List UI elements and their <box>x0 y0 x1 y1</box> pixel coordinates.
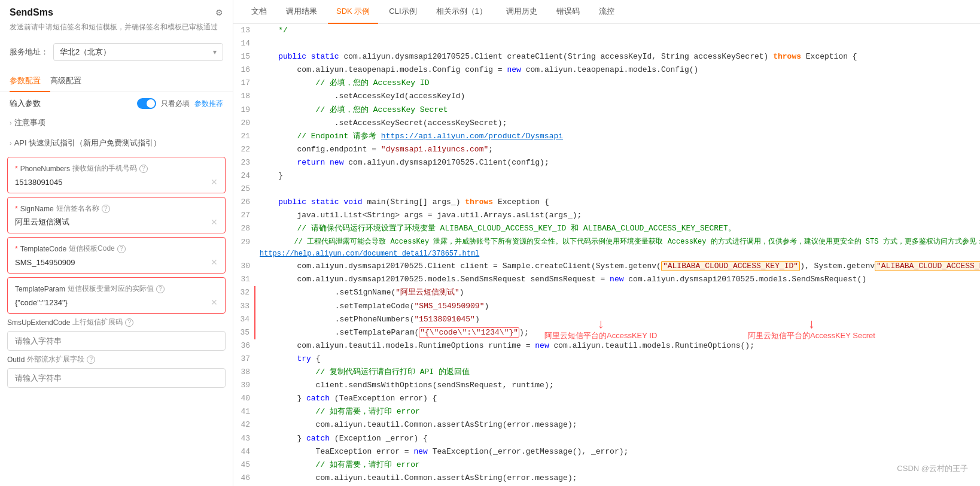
sign-name: SignName <box>20 205 54 213</box>
table-row: 26 public static void main(String[] args… <box>233 196 980 209</box>
line-num: 38 <box>233 366 255 379</box>
tplparam-clear-icon[interactable]: ✕ <box>211 297 218 307</box>
line-code: } <box>255 169 980 183</box>
line-num: 46 <box>233 472 255 485</box>
table-row: 40 } catch (TeaException error) { <box>233 392 980 405</box>
code-area: 13 */ 14 15 public static com.aliyun.dys… <box>233 24 980 486</box>
code-tabs: 文档 调用结果 SDK 示例 CLI示例 相关示例（1） 调用历史 错误码 流控 <box>233 0 980 24</box>
phone-clear-icon[interactable]: ✕ <box>211 177 218 187</box>
line-num: 18 <box>233 90 255 103</box>
tab-cli-example[interactable]: CLI示例 <box>381 0 425 24</box>
field-out-id: OutId 外部流水扩展字段 ? <box>7 354 226 388</box>
outid-info-icon[interactable]: ? <box>87 356 95 364</box>
sign-clear-icon[interactable]: ✕ <box>211 217 218 227</box>
line-num: 40 <box>233 392 255 405</box>
params-controls: 只看必填 参数推荐 <box>137 98 223 109</box>
notice-label: 注意事项 <box>14 117 45 128</box>
line-code: TeaException error = new TeaException(_e… <box>255 445 980 458</box>
sign-input[interactable] <box>15 218 207 227</box>
line-code: com.aliyun.dysmsapi20170525.models.SendS… <box>255 273 980 286</box>
line-num: 30 <box>233 260 255 273</box>
line-code: // 如有需要，请打印 error <box>255 458 980 472</box>
settings-icon[interactable]: ⚙ <box>215 8 223 17</box>
phone-desc: 接收短信的手机号码 <box>72 163 137 174</box>
sign-info-icon[interactable]: ? <box>102 205 110 213</box>
table-row: 20 .setAccessKeySecret(accessKeySecret); <box>233 117 980 130</box>
table-row: 36 com.aliyun.teautil.models.RuntimeOpti… <box>233 339 980 353</box>
line-code: try { <box>255 353 980 366</box>
tab-params-config[interactable]: 参数配置 <box>10 71 50 92</box>
phone-name: PhoneNumbers <box>20 165 70 173</box>
table-row: 17 // 必填，您的 AccessKey ID <box>233 77 980 90</box>
table-row: 37 try { <box>233 353 980 366</box>
line-code <box>255 37 980 50</box>
right-panel: 文档 调用结果 SDK 示例 CLI示例 相关示例（1） 调用历史 错误码 流控… <box>233 0 980 486</box>
line-code: client.sendSmsWithOptions(sendSmsRequest… <box>255 379 980 392</box>
line-num: 33 <box>233 300 255 313</box>
line-code: .setAccessKeySecret(accessKeySecret); <box>255 117 980 130</box>
outid-input[interactable] <box>15 373 218 382</box>
api-title: SendSms <box>10 7 53 18</box>
tab-sdk-example[interactable]: SDK 示例 <box>328 0 378 24</box>
tab-call-history[interactable]: 调用历史 <box>498 0 546 24</box>
line-code: .setAccessKeyId(accessKeyId) <box>255 90 980 103</box>
tab-docs[interactable]: 文档 <box>243 0 275 24</box>
tplparam-input[interactable] <box>15 298 207 307</box>
line-num: 15 <box>233 50 255 63</box>
line-code: // Endpoint 请参考 https://api.aliyun.com/p… <box>255 130 980 143</box>
line-code: } catch (Exception _error) { <box>255 432 980 445</box>
params-header: 输入参数 只看必填 参数推荐 <box>0 92 233 113</box>
notice-section[interactable]: › 注意事项 <box>0 113 233 133</box>
tab-advanced-config[interactable]: 高级配置 <box>50 71 91 92</box>
watermark: CSDN @云村的王子 <box>897 463 968 474</box>
phone-label: * PhoneNumbers 接收短信的手机号码 ? <box>15 163 218 174</box>
smsext-desc: 上行短信扩展码 <box>72 317 123 327</box>
phone-input-row: ✕ <box>15 177 218 187</box>
guide-label: API 快速测试指引（新用户免费测试指引） <box>14 138 162 148</box>
toggle-knob <box>147 99 155 108</box>
line-code: // 工程代码泄露可能会导致 AccessKey 泄露，并威胁账号下所有资源的安… <box>255 236 980 260</box>
table-row: 22 config.endpoint = "dysmsapi.aliyuncs.… <box>233 143 980 156</box>
line-code: .setSignName("阿里云短信测试") <box>255 286 980 299</box>
notice-arrow: › <box>10 119 12 126</box>
tplparam-name: TemplateParam <box>15 285 65 293</box>
phone-info-icon[interactable]: ? <box>139 165 148 173</box>
tplcode-name: TemplateCode <box>20 245 66 253</box>
table-row: 34 .setPhoneNumbers("15138091045") <box>233 313 980 326</box>
required-star: * <box>15 165 18 173</box>
line-code: } catch (TeaException error) { <box>255 392 980 405</box>
smsext-label: SmsUpExtendCode 上行短信扩展码 ? <box>7 317 226 327</box>
table-row: 21 // Endpoint 请参考 https://api.aliyun.co… <box>233 130 980 143</box>
tab-related[interactable]: 相关示例（1） <box>428 0 495 24</box>
tab-flow-control[interactable]: 流控 <box>591 0 623 24</box>
tab-call-result[interactable]: 调用结果 <box>278 0 325 24</box>
tab-error-codes[interactable]: 错误码 <box>548 0 588 24</box>
table-row: 29 // 工程代码泄露可能会导致 AccessKey 泄露，并威胁账号下所有资… <box>233 236 980 260</box>
field-sms-extend: SmsUpExtendCode 上行短信扩展码 ? <box>7 317 226 351</box>
only-required-toggle[interactable] <box>137 98 156 109</box>
line-num: 44 <box>233 445 255 458</box>
tplcode-clear-icon[interactable]: ✕ <box>211 257 218 267</box>
line-code: com.aliyun.teautil.Common.assertAsString… <box>255 418 980 432</box>
smsext-info-icon[interactable]: ? <box>125 318 133 327</box>
api-guide-section[interactable]: › API 快速测试指引（新用户免费测试指引） <box>0 133 233 153</box>
tplparam-info-icon[interactable]: ? <box>156 285 165 293</box>
line-code: // 复制代码运行请自行打印 API 的返回值 <box>255 366 980 379</box>
line-num: 26 <box>233 196 255 209</box>
smsext-input-wrap <box>7 331 226 351</box>
table-row: 35 .setTemplateParam("{\"code\":\"1234\"… <box>233 326 980 339</box>
tplcode-input[interactable] <box>15 258 207 267</box>
line-num: 14 <box>233 37 255 50</box>
line-code: public static void main(String[] args_) … <box>255 196 980 209</box>
sign-desc: 短信签名名称 <box>56 203 99 214</box>
line-num: 29 <box>233 236 255 260</box>
tplcode-info-icon[interactable]: ? <box>117 245 126 253</box>
smsext-input[interactable] <box>15 336 218 345</box>
params-recommend-btn[interactable]: 参数推荐 <box>194 99 223 109</box>
line-num: 43 <box>233 432 255 445</box>
phone-input[interactable] <box>15 178 207 187</box>
line-num: 37 <box>233 353 255 366</box>
table-row: 16 com.aliyun.teaopenapi.models.Config c… <box>233 63 980 77</box>
line-code: // 必填，您的 AccessKey Secret <box>255 104 980 117</box>
service-select[interactable]: 华北2（北京） ▾ <box>53 43 223 61</box>
